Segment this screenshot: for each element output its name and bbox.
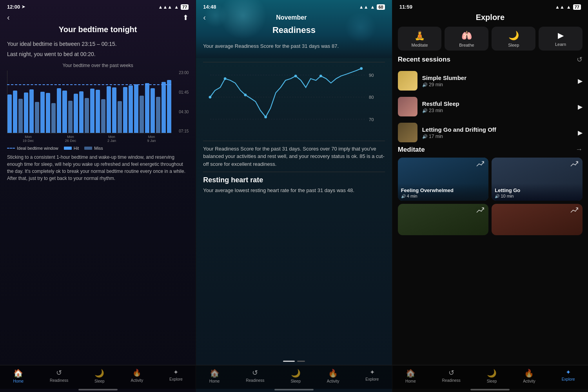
- status-right-3: ▲▲ ▲ 77: [555, 4, 581, 10]
- session-name-3: Letting Go and Drifting Off: [422, 126, 573, 133]
- home-label-3: Home: [405, 379, 416, 383]
- ideal-time: Your ideal bedtime is between 23:15 – 00…: [7, 40, 189, 48]
- nav-explore-3[interactable]: ✦ Explore: [562, 368, 575, 383]
- bedtime-description: Sticking to a consistent 1-hour bedtime …: [7, 154, 189, 182]
- nav-readiness-2[interactable]: ↺ Readiness: [246, 368, 264, 383]
- nav-home-2[interactable]: 🏠 Home: [209, 368, 220, 383]
- avg-desc: Your average Readiness Score for the pas…: [203, 42, 385, 50]
- session-simple-slumber[interactable]: Simple Slumber 🔊 29 min ▶: [392, 68, 588, 94]
- session-thumb-2: [398, 97, 417, 116]
- legend-hit: Hit: [64, 146, 79, 151]
- chart-label: Your bedtime over the past weeks: [7, 63, 189, 68]
- play-icon-3[interactable]: ▶: [578, 129, 583, 136]
- meditate-grid-1: Feeling Overwhelmed 🔊 4 min Letting Go: [392, 158, 588, 201]
- resting-hr-title: Resting heart rate: [203, 176, 385, 184]
- meditate-card-3[interactable]: [398, 204, 489, 235]
- nav-sleep-2[interactable]: 🌙 Sleep: [290, 368, 301, 383]
- activity-icon-3: 🔥: [524, 368, 534, 378]
- svg-text:80: 80: [369, 95, 374, 100]
- meditate-label: Meditate: [411, 43, 428, 47]
- wifi-icon-3: ▲: [566, 4, 571, 10]
- nav-home-1[interactable]: 🏠 Home: [13, 368, 24, 383]
- share-icon-1[interactable]: ⬆: [183, 13, 189, 22]
- sleep-icon-3: 🌙: [487, 368, 497, 378]
- nav-home-3[interactable]: 🏠 Home: [405, 368, 416, 383]
- session-info-3: Letting Go and Drifting Off 🔊 17 min: [422, 126, 573, 139]
- panel-readiness: 14:48 ▲▲ ▲ 60 ‹ November Readiness Your …: [196, 0, 392, 392]
- bedtime-title: Your bedtime tonight: [7, 25, 189, 34]
- explore-icon-2: ✦: [370, 368, 375, 376]
- nav-sleep-3[interactable]: 🌙 Sleep: [487, 368, 497, 383]
- readiness-label-3: Readiness: [442, 378, 461, 383]
- battery-2: 60: [377, 4, 385, 10]
- signal-icon-3: ▲▲: [555, 4, 564, 10]
- explore-title: Explore: [392, 11, 588, 27]
- miss-icon: [84, 147, 92, 150]
- nav-explore-1[interactable]: ✦ Explore: [169, 368, 183, 383]
- legend-ideal: Ideal bedtime window: [7, 146, 58, 151]
- back-icon-2[interactable]: ‹: [203, 13, 206, 22]
- nav-explore-2[interactable]: ✦ Explore: [365, 368, 379, 383]
- sleep-label-1: Sleep: [94, 379, 105, 383]
- sleep-icon-1: 🌙: [94, 368, 104, 378]
- chart-svg: 90 80 70: [203, 66, 385, 137]
- meditate-more-icon[interactable]: →: [575, 145, 583, 154]
- recent-more-icon[interactable]: ↺: [577, 55, 583, 64]
- card-duration-1: 🔊 4 min: [401, 194, 454, 198]
- explore-label-2: Explore: [365, 377, 379, 381]
- panel-bedtime: 12:00 ➤ ▲▲▲ ▲ 77 ‹ ⬆ Your bedtime tonigh…: [0, 0, 196, 392]
- x-labels: Mon19 Dec Mon26 Dec Mon2 Jan Mon9 Jan: [7, 135, 189, 143]
- status-bar-3: 11:59 ▲▲ ▲ 77: [392, 0, 588, 11]
- svg-point-7: [224, 77, 227, 80]
- activity-label-1: Activity: [131, 378, 143, 383]
- nav-readiness-3[interactable]: ↺ Readiness: [442, 368, 461, 383]
- session-restful-sleep[interactable]: Restful Sleep 🔊 23 min ▶: [392, 94, 588, 120]
- card-play-icon-3: [476, 207, 485, 214]
- session-info-2: Restful Sleep 🔊 23 min: [422, 100, 573, 113]
- ideal-line-icon: [7, 148, 15, 149]
- status-left-1: 12:00 ➤: [7, 4, 25, 10]
- volume-icon-3: 🔊: [422, 134, 428, 139]
- card-play-icon-2: [570, 161, 579, 168]
- play-icon-2[interactable]: ▶: [578, 103, 583, 111]
- sleep-cat-label: Sleep: [508, 43, 519, 47]
- card-name-1: Feeling Overwhelmed: [401, 187, 454, 193]
- back-icon-1[interactable]: ‹: [7, 13, 10, 22]
- chart-legend: Ideal bedtime window Hit Miss: [7, 146, 189, 151]
- meditate-card-letting[interactable]: Letting Go 🔊 10 min: [492, 158, 583, 201]
- svg-point-9: [265, 116, 267, 118]
- explore-icon-3: ✦: [566, 368, 571, 376]
- y-labels: 23:00 01:45 04:30 07:15: [173, 71, 189, 133]
- bar-chart-area: [7, 71, 171, 133]
- svg-text:70: 70: [369, 117, 374, 122]
- home-label-1: Home: [13, 379, 24, 383]
- category-learn[interactable]: ▶ Learn: [539, 27, 583, 51]
- meditate-section-title: Meditate: [398, 146, 425, 154]
- activity-label-3: Activity: [523, 379, 535, 383]
- nav-activity-2[interactable]: 🔥 Activity: [327, 368, 339, 383]
- meditate-card-overwhelmed[interactable]: Feeling Overwhelmed 🔊 4 min: [398, 158, 489, 201]
- svg-point-10: [294, 74, 297, 77]
- nav-readiness-1[interactable]: ↺ Readiness: [50, 368, 68, 383]
- play-icon-1[interactable]: ▶: [578, 77, 583, 85]
- bottom-nav-3: 🏠 Home ↺ Readiness 🌙 Sleep 🔥 Activity ✦ …: [392, 365, 588, 389]
- home-icon-1: 🏠: [13, 368, 23, 378]
- signal-icon-2: ▲▲: [359, 4, 368, 10]
- session-letting-go[interactable]: Letting Go and Drifting Off 🔊 17 min ▶: [392, 120, 588, 145]
- activity-icon-2: 🔥: [328, 368, 338, 378]
- meditate-card-4[interactable]: [492, 204, 583, 235]
- nav-sleep-1[interactable]: 🌙 Sleep: [94, 368, 105, 383]
- nav-activity-1[interactable]: 🔥 Activity: [131, 368, 143, 383]
- sleep-icon-2: 🌙: [291, 368, 301, 378]
- time-1: 12:00: [7, 4, 20, 10]
- bedtime-content: Your bedtime tonight Your ideal bedtime …: [0, 25, 196, 365]
- battery-1: 77: [181, 4, 189, 10]
- volume-icon-2: 🔊: [422, 108, 428, 113]
- category-sleep[interactable]: 🌙 Sleep: [492, 27, 535, 51]
- category-meditate[interactable]: 🧘 Meditate: [398, 27, 442, 51]
- legend-miss: Miss: [84, 146, 103, 151]
- nav-activity-3[interactable]: 🔥 Activity: [523, 368, 535, 383]
- category-breathe[interactable]: 🫁 Breathe: [445, 27, 488, 51]
- home-label-2: Home: [209, 379, 220, 383]
- explore-label-3: Explore: [562, 377, 575, 381]
